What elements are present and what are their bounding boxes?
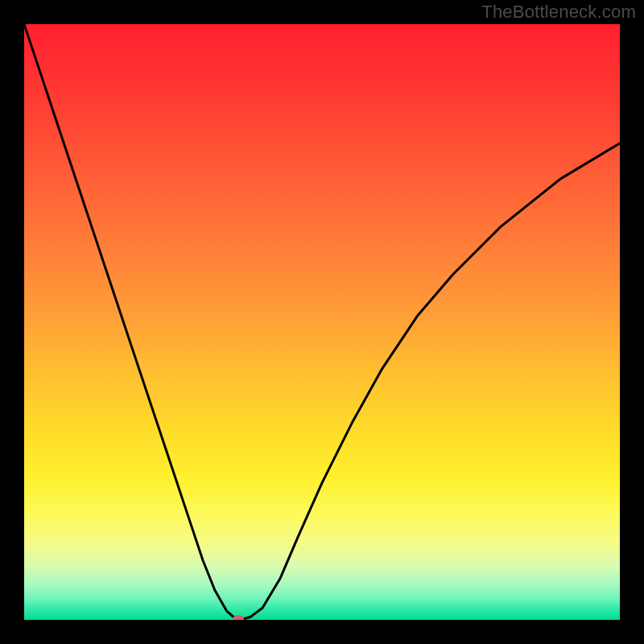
watermark-text: TheBottleneck.com [481,2,636,23]
chart-frame: TheBottleneck.com [0,0,644,644]
bottleneck-curve [24,24,620,620]
plot-area [24,24,620,620]
optimum-marker [233,615,244,620]
